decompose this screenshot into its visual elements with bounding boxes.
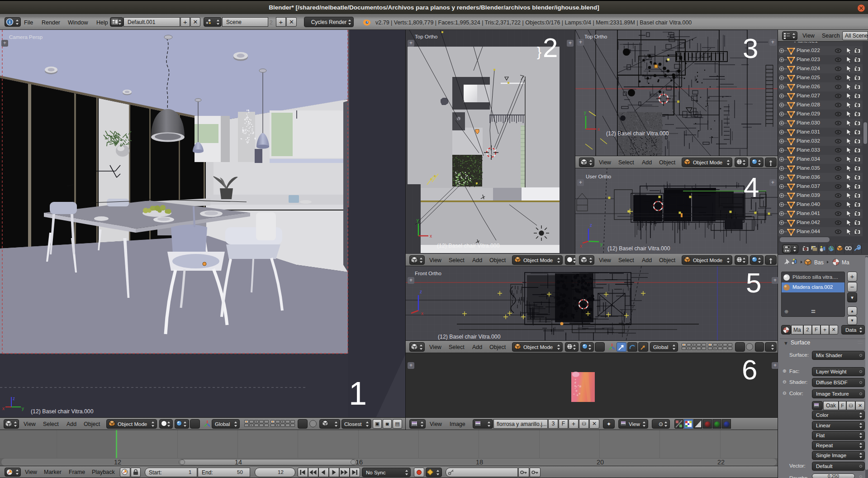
- svg-text:y: y: [584, 110, 586, 115]
- svg-text:z: z: [420, 289, 422, 294]
- svg-text:x: x: [2, 406, 5, 411]
- svg-text:Bas: Bas: [814, 259, 824, 266]
- svg-text:x: x: [421, 311, 423, 316]
- svg-text:y: y: [600, 242, 602, 247]
- svg-text:z: z: [590, 223, 592, 228]
- svg-text:y: y: [22, 406, 24, 411]
- svg-text:x: x: [430, 234, 432, 239]
- svg-text:i: i: [9, 19, 10, 24]
- svg-text:z: z: [13, 396, 15, 401]
- svg-text:y: y: [417, 218, 419, 223]
- svg-text:x: x: [598, 127, 600, 132]
- svg-text:x: x: [580, 244, 582, 249]
- svg-text:Ma: Ma: [842, 259, 849, 266]
